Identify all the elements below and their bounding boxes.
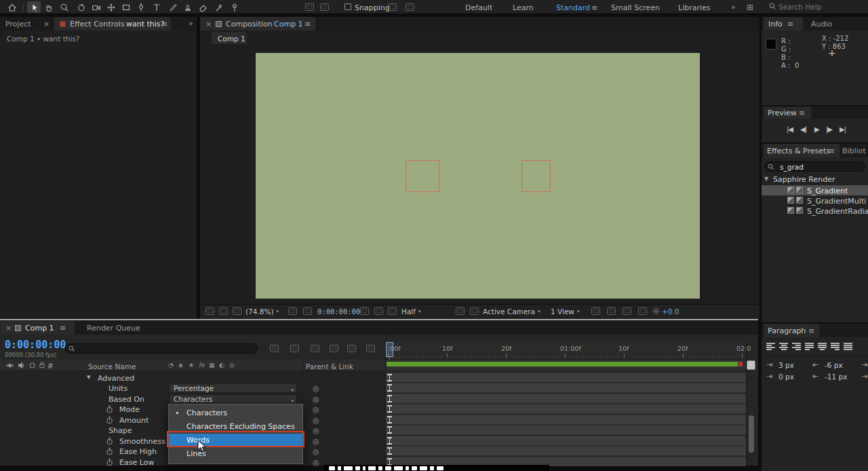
property-based-on[interactable]: Based On xyxy=(108,395,144,404)
current-time-display[interactable]: 0:00:00:00 xyxy=(5,339,66,351)
text-box-outline-2[interactable] xyxy=(521,160,551,192)
left-panel-overflow-chevron[interactable]: » xyxy=(189,19,193,28)
text-box-outline-1[interactable] xyxy=(406,160,439,192)
composition-flowchart-icon[interactable] xyxy=(270,345,279,352)
property-ease-high[interactable]: Ease High xyxy=(119,447,157,456)
home-button[interactable] xyxy=(5,1,19,13)
effects-tab-label[interactable]: Effects & Presets xyxy=(767,147,830,155)
grid-guides-icon[interactable] xyxy=(288,307,297,315)
help-search-input[interactable] xyxy=(778,1,863,12)
effect-controls-tab-label[interactable]: Effect Controls xyxy=(70,20,125,29)
info-panel-menu-icon[interactable]: ≡ xyxy=(787,20,793,29)
snapping-option-2-icon[interactable] xyxy=(406,3,414,11)
orbit-camera-tool[interactable] xyxy=(75,1,88,13)
paragraph-tab-label[interactable]: Paragraph xyxy=(768,326,806,335)
composition-tab-label[interactable]: Composition xyxy=(226,20,273,29)
axis-mode-world-icon[interactable] xyxy=(320,3,329,11)
justify-last-right-button[interactable] xyxy=(831,343,840,350)
viewer-monitor-icon[interactable] xyxy=(219,307,228,315)
axis-mode-icon[interactable] xyxy=(305,3,314,11)
zoom-tool[interactable] xyxy=(58,1,71,13)
composition-tab-comp-name[interactable]: Comp 1 xyxy=(274,20,303,29)
lock-icon[interactable] xyxy=(38,361,46,369)
stopwatch-icon[interactable] xyxy=(106,437,113,445)
stopwatch-icon[interactable] xyxy=(106,458,113,466)
effect-controls-layer-name[interactable]: want this? xyxy=(126,20,164,29)
pen-tool[interactable] xyxy=(134,1,148,13)
panel-focus-divider[interactable] xyxy=(0,319,758,320)
collapse-switch-icon[interactable]: ◈ xyxy=(178,362,183,369)
show-channel-icon[interactable] xyxy=(388,307,397,315)
property-mode[interactable]: Mode xyxy=(119,405,140,414)
project-tab-close-icon[interactable]: × xyxy=(43,20,50,29)
next-frame-button[interactable]: |▶ xyxy=(826,126,832,133)
effect-item-s-gradient[interactable]: S_Gradient xyxy=(807,187,848,195)
timeline-comp-tab-label[interactable]: Comp 1 xyxy=(25,324,54,333)
graph-editor-icon[interactable] xyxy=(366,345,375,352)
motion-blur-switch-icon[interactable]: ◐ xyxy=(219,362,224,369)
clone-stamp-tool[interactable] xyxy=(181,1,195,13)
flowchart-button-icon[interactable] xyxy=(638,307,647,315)
timeline-tab-close-icon[interactable]: × xyxy=(5,324,12,333)
based-on-dropdown[interactable]: Characters▾ xyxy=(169,394,297,404)
selection-tool[interactable] xyxy=(27,1,41,13)
show-snapshot-icon[interactable] xyxy=(374,307,383,315)
viewer-lock-icon[interactable] xyxy=(205,307,214,315)
shy-switch-icon[interactable]: ◔ xyxy=(168,362,174,369)
tab-project[interactable]: Project xyxy=(5,20,31,29)
adjustment-switch-icon[interactable]: ◎ xyxy=(229,362,235,369)
mask-visibility-icon[interactable] xyxy=(303,307,312,315)
effect-item-s-gradientmulti[interactable]: S_GradientMulti xyxy=(807,197,866,206)
more-workspaces-chevron[interactable]: » xyxy=(731,3,736,12)
justify-last-center-button[interactable] xyxy=(818,343,827,350)
snapping-checkbox[interactable] xyxy=(344,3,351,10)
first-frame-button[interactable]: |◀ xyxy=(787,126,793,133)
hide-shy-layers-icon[interactable] xyxy=(311,345,319,352)
effects-panel-menu-icon[interactable]: ≡ xyxy=(829,147,835,155)
space-after-value[interactable]: -11 px xyxy=(825,373,847,381)
stopwatch-icon[interactable] xyxy=(106,405,113,413)
effects-group-label[interactable]: Sapphire Render xyxy=(773,175,835,184)
workspace-libraries[interactable]: Libraries xyxy=(678,3,711,12)
preview-panel-menu-icon[interactable]: ≡ xyxy=(799,109,805,117)
eraser-tool[interactable] xyxy=(196,1,210,13)
space-before-value[interactable]: 0 px xyxy=(778,373,794,381)
fast-previews-icon[interactable] xyxy=(607,307,616,315)
column-source-name[interactable]: Source Name xyxy=(88,362,136,371)
indent-left-value[interactable]: 3 px xyxy=(778,361,794,369)
hand-tool[interactable] xyxy=(42,1,56,13)
paragraph-panel-menu-icon[interactable]: ≡ xyxy=(808,326,814,335)
justify-last-left-button[interactable] xyxy=(805,343,814,350)
pick-whip-icon[interactable]: ◎ xyxy=(313,396,319,403)
menu-item-words[interactable]: Words xyxy=(169,434,302,447)
justify-all-button[interactable] xyxy=(844,343,852,350)
pick-whip-icon[interactable]: ◎ xyxy=(313,438,319,445)
pick-whip-icon[interactable]: ◎ xyxy=(313,427,319,434)
menu-item-characters[interactable]: •Characters xyxy=(169,407,302,420)
property-amount[interactable]: Amount xyxy=(119,416,149,425)
snapshot-icon[interactable] xyxy=(360,307,369,315)
last-frame-button[interactable]: ▶| xyxy=(840,126,846,133)
align-right-button[interactable] xyxy=(792,343,801,350)
tab-render-queue[interactable]: Render Queue xyxy=(87,324,140,333)
snapping-option-icon[interactable] xyxy=(388,3,397,11)
camera-dropdown[interactable]: Active Camera▾ xyxy=(483,307,540,316)
play-button[interactable]: ▶ xyxy=(814,126,820,133)
sapphire-group-twirl-icon[interactable]: ▼ xyxy=(764,176,768,182)
stopwatch-icon[interactable] xyxy=(106,447,113,455)
timeline-panel-menu-icon[interactable]: ≡ xyxy=(60,324,66,333)
property-ease-low[interactable]: Ease Low xyxy=(119,458,154,467)
timeline-search-field[interactable] xyxy=(65,343,258,354)
draft-3d-icon[interactable] xyxy=(290,345,299,352)
previous-frame-button[interactable]: ◀| xyxy=(800,126,806,133)
align-left-button[interactable] xyxy=(766,343,775,350)
type-tool[interactable] xyxy=(150,1,163,13)
effect-controls-panel-menu-icon[interactable]: ≡ xyxy=(161,20,167,29)
property-units[interactable]: Units xyxy=(108,384,127,393)
info-tab-label[interactable]: Info xyxy=(768,20,783,29)
transparency-grid-icon[interactable] xyxy=(470,307,479,315)
puppet-pin-tool[interactable] xyxy=(228,1,241,13)
view-layout-dropdown[interactable]: 1 View▾ xyxy=(551,307,579,316)
composition-tab-close-icon[interactable]: × xyxy=(205,20,212,29)
composition-panel-menu-icon[interactable]: ≡ xyxy=(304,20,311,29)
